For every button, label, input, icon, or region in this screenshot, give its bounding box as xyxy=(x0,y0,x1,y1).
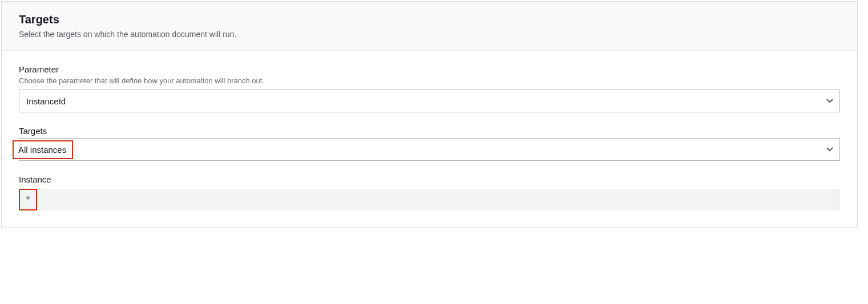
targets-panel: Targets Select the targets on which the … xyxy=(1,1,858,228)
panel-body: Parameter Choose the parameter that will… xyxy=(2,51,857,228)
instance-field: Instance * xyxy=(19,175,840,210)
parameter-select[interactable]: InstanceId xyxy=(19,90,840,112)
parameter-hint: Choose the parameter that will define ho… xyxy=(19,76,840,85)
panel-title: Targets xyxy=(19,13,840,26)
targets-label: Targets xyxy=(19,126,840,136)
targets-select-value: All instances xyxy=(13,140,73,159)
instance-value-row: * xyxy=(19,189,840,210)
targets-field: Targets All instances xyxy=(19,126,840,161)
instance-label: Instance xyxy=(19,175,840,184)
targets-select[interactable]: All instances xyxy=(19,138,840,161)
parameter-select-wrapper: InstanceId xyxy=(19,90,840,112)
panel-header: Targets Select the targets on which the … xyxy=(2,2,857,51)
panel-subtitle: Select the targets on which the automati… xyxy=(19,30,840,39)
parameter-label: Parameter xyxy=(19,64,840,74)
targets-select-wrapper: All instances xyxy=(19,138,840,161)
parameter-field: Parameter Choose the parameter that will… xyxy=(19,64,840,112)
instance-value: * xyxy=(19,189,37,210)
parameter-select-value: InstanceId xyxy=(26,96,66,106)
